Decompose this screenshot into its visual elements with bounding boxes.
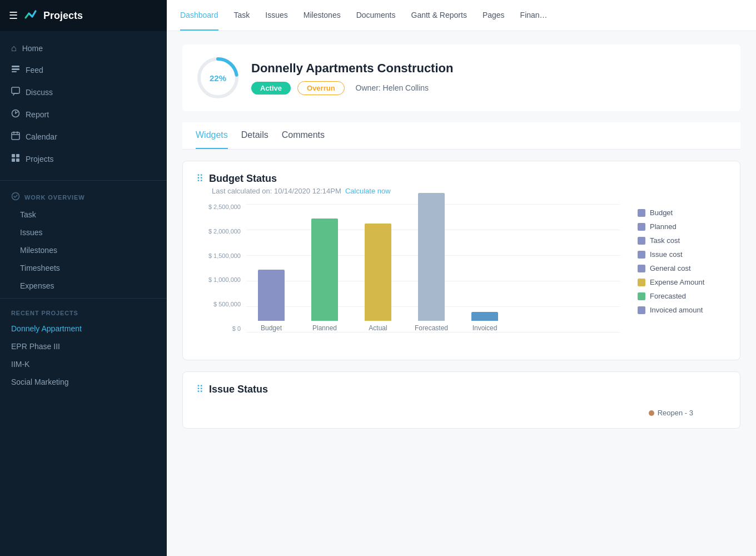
recent-project-epr[interactable]: EPR Phase III	[0, 337, 167, 355]
top-nav-finance[interactable]: Finan…	[520, 1, 548, 31]
bar-actual-fill	[365, 224, 391, 321]
reopen-dot	[649, 410, 654, 416]
legend-planned-dot	[638, 223, 645, 231]
project-info: Donnelly Apartments Construction Active …	[251, 61, 727, 95]
recent-project-donnely[interactable]: Donnely Appartment	[0, 320, 167, 337]
y-label-15m: $ 1,500,000	[196, 253, 241, 259]
legend-expense-dot	[638, 279, 645, 286]
sidebar-header: ☰ Projects	[0, 0, 167, 31]
milestones-label: Milestones	[20, 246, 57, 255]
budget-subtitle-text: Last calculated on: 10/14/2020 12:14PM	[212, 187, 341, 195]
nav-calendar-label: Calendar	[26, 132, 57, 141]
timesheets-label: Timesheets	[20, 264, 60, 272]
project-owner: Owner: Helen Collins	[356, 83, 429, 92]
calculate-now-button[interactable]: Calculate now	[345, 187, 391, 195]
legend-general-cost-label: General cost	[650, 264, 691, 272]
legend-forecasted: Forecasted	[638, 292, 727, 300]
y-label-500k: $ 500,000	[196, 301, 241, 307]
recent-project-donnely-label: Donnely Appartment	[11, 324, 82, 333]
page-tabs: Widgets Details Comments	[182, 122, 740, 150]
svg-rect-9	[12, 154, 15, 157]
sidebar-item-issues[interactable]: Issues	[0, 224, 167, 241]
legend-budget-label: Budget	[650, 209, 673, 217]
y-label-1m: $ 1,000,000	[196, 277, 241, 283]
recent-project-social-label: Social Marketing	[11, 378, 69, 386]
sidebar-item-timesheets[interactable]: Timesheets	[0, 259, 167, 277]
legend-general-cost-dot	[638, 265, 645, 272]
budget-widget-subtitle: Last calculated on: 10/14/2020 12:14PM C…	[212, 187, 727, 195]
legend-expense-amount: Expense Amount	[638, 278, 727, 286]
issue-widget: ⠿ Issue Status Reopen - 3	[182, 371, 740, 429]
sidebar-divider-1	[0, 180, 167, 181]
projects-icon	[11, 153, 20, 165]
recent-project-iimk[interactable]: IIM-K	[0, 355, 167, 373]
nav-home[interactable]: ⌂ Home	[0, 38, 167, 59]
y-label-25m: $ 2,500,000	[196, 204, 241, 210]
legend-forecasted-dot	[638, 292, 645, 300]
nav-feed-label: Feed	[26, 66, 43, 75]
recent-project-social[interactable]: Social Marketing	[0, 373, 167, 391]
svg-rect-0	[12, 66, 19, 67]
legend-task-cost: Task cost	[638, 236, 727, 245]
top-nav-issues[interactable]: Issues	[265, 1, 287, 31]
recent-projects-label: RECENT PROJECTS	[0, 302, 167, 320]
sidebar-item-task[interactable]: Task	[0, 206, 167, 224]
tab-details[interactable]: Details	[241, 122, 268, 149]
svg-rect-11	[12, 158, 15, 162]
svg-rect-2	[12, 71, 17, 72]
nav-projects[interactable]: Projects	[0, 148, 167, 170]
hamburger-icon[interactable]: ☰	[9, 9, 18, 22]
legend-expense-label: Expense Amount	[650, 278, 704, 286]
sidebar-item-milestones[interactable]: Milestones	[0, 241, 167, 259]
nav-report[interactable]: Report	[0, 103, 167, 126]
calendar-icon	[11, 131, 20, 142]
legend-planned-label: Planned	[650, 222, 677, 231]
sidebar-item-expenses[interactable]: Expenses	[0, 277, 167, 295]
nav-calendar[interactable]: Calendar	[0, 126, 167, 148]
reopen-badge: Reopen - 3	[649, 409, 693, 417]
legend-task-cost-label: Task cost	[650, 236, 680, 245]
bar-budget-fill	[258, 270, 285, 321]
legend-issue-cost: Issue cost	[638, 250, 727, 259]
work-overview-label: WORK OVERVIEW	[24, 194, 84, 201]
legend-general-cost: General cost	[638, 264, 727, 272]
svg-rect-3	[12, 87, 19, 93]
top-nav-milestones[interactable]: Milestones	[304, 1, 341, 31]
legend-forecasted-label: Forecasted	[650, 292, 686, 300]
top-nav-task[interactable]: Task	[234, 1, 250, 31]
bar-forecasted-fill	[418, 193, 445, 321]
tab-comments[interactable]: Comments	[282, 122, 325, 149]
recent-project-iimk-label: IIM-K	[11, 360, 29, 369]
chart-container: $ 0 $ 500,000 $ 1,000,000 $ 1,500,000 $ …	[196, 204, 727, 349]
tab-widgets[interactable]: Widgets	[196, 122, 228, 149]
expenses-label: Expenses	[20, 281, 54, 290]
nav-discuss[interactable]: Discuss	[0, 81, 167, 103]
nav-projects-label: Projects	[26, 155, 54, 163]
task-label: Task	[20, 210, 36, 219]
legend-invoiced-amount: Invoiced amount	[638, 306, 727, 314]
top-nav: Dashboard Task Issues Milestones Documen…	[167, 0, 756, 31]
y-axis: $ 0 $ 500,000 $ 1,000,000 $ 1,500,000 $ …	[196, 204, 245, 332]
issues-label: Issues	[20, 228, 42, 237]
bar-planned: Planned	[300, 219, 350, 332]
legend-planned: Planned	[638, 222, 727, 231]
badge-overrun: Overrun	[297, 81, 345, 95]
top-nav-documents[interactable]: Documents	[356, 1, 396, 31]
widget-dots-icon: ⠿	[196, 172, 203, 185]
legend-budget: Budget	[638, 209, 727, 217]
chart-area: $ 0 $ 500,000 $ 1,000,000 $ 1,500,000 $ …	[196, 204, 620, 349]
top-nav-dashboard[interactable]: Dashboard	[180, 1, 218, 31]
top-nav-gantt[interactable]: Gantt & Reports	[411, 1, 467, 31]
logo-icon	[23, 8, 39, 23]
legend-task-cost-dot	[638, 237, 645, 245]
home-icon: ⌂	[11, 43, 17, 53]
project-header: 22% Donnelly Apartments Construction Act…	[182, 44, 740, 111]
nav-feed[interactable]: Feed	[0, 59, 167, 81]
budget-widget: ⠿ Budget Status Last calculated on: 10/1…	[182, 161, 740, 360]
project-badges: Active Overrun Owner: Helen Collins	[251, 81, 727, 95]
svg-rect-10	[16, 154, 19, 157]
reopen-label: Reopen - 3	[658, 409, 693, 417]
sidebar-nav: ⌂ Home Feed Discuss Report Calendar	[0, 31, 167, 177]
y-label-2m: $ 2,000,000	[196, 229, 241, 235]
top-nav-pages[interactable]: Pages	[483, 1, 505, 31]
